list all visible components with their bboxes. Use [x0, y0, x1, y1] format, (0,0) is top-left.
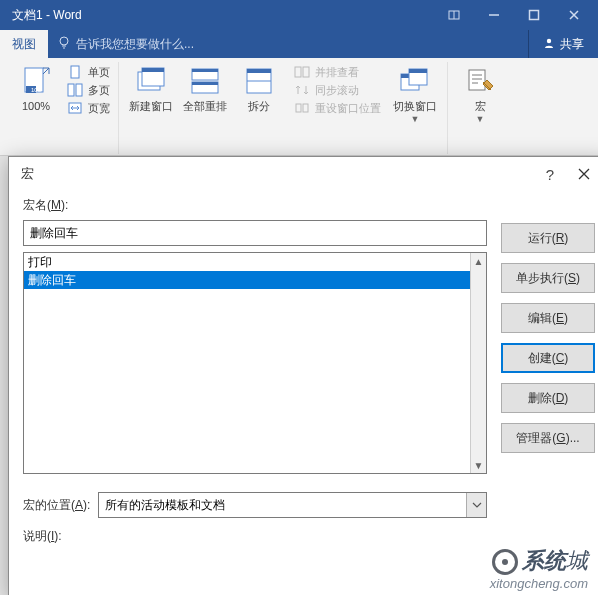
- multi-page-icon: [66, 82, 84, 98]
- split-button[interactable]: 拆分: [235, 64, 283, 112]
- svg-rect-23: [303, 104, 308, 112]
- svg-rect-20: [295, 67, 301, 77]
- svg-rect-7: [71, 66, 79, 78]
- list-item[interactable]: 打印: [24, 253, 470, 271]
- switch-window-button[interactable]: 切换窗口▼: [391, 64, 439, 125]
- zoom-100-button[interactable]: 100 100%: [12, 64, 60, 112]
- ribbon-options-icon[interactable]: [434, 0, 474, 30]
- chevron-down-icon: ▼: [411, 114, 420, 124]
- step-button[interactable]: 单步执行(S): [501, 263, 595, 293]
- edit-button[interactable]: 编辑(E): [501, 303, 595, 333]
- close-button[interactable]: [554, 0, 594, 30]
- watermark: 系统城 xitongcheng.com: [490, 546, 588, 591]
- svg-rect-27: [409, 69, 427, 73]
- tab-view[interactable]: 视图: [0, 30, 48, 58]
- svg-rect-21: [303, 67, 309, 77]
- list-item[interactable]: 删除回车: [24, 271, 470, 289]
- tell-me-placeholder: 告诉我您想要做什么...: [76, 36, 194, 53]
- watermark-logo-icon: [492, 549, 518, 575]
- arrange-all-icon: [188, 64, 222, 98]
- window-title: 文档1 - Word: [12, 7, 82, 24]
- one-page-icon: [66, 64, 84, 80]
- run-button[interactable]: 运行(R): [501, 223, 595, 253]
- svg-rect-17: [192, 82, 218, 85]
- ribbon-body: 100 100% 单页 多页 页宽 新建窗口 全部重排 拆分: [0, 58, 598, 156]
- multi-page-button[interactable]: 多页: [66, 82, 110, 98]
- one-page-button[interactable]: 单页: [66, 64, 110, 80]
- reset-window-button[interactable]: 重设窗口位置: [293, 100, 381, 116]
- tell-me-search[interactable]: 告诉我您想要做什么...: [48, 30, 204, 58]
- svg-rect-9: [76, 84, 82, 96]
- svg-rect-28: [469, 70, 485, 90]
- macro-listbox[interactable]: 打印 删除回车 ▲ ▼: [23, 252, 487, 474]
- create-button[interactable]: 创建(C): [501, 343, 595, 373]
- sync-scroll-button[interactable]: 同步滚动: [293, 82, 381, 98]
- macros-icon: [463, 64, 497, 98]
- dialog-titlebar: 宏 ?: [9, 157, 598, 191]
- scroll-up-icon[interactable]: ▲: [471, 253, 486, 269]
- delete-button[interactable]: 删除(D): [501, 383, 595, 413]
- page-width-button[interactable]: 页宽: [66, 100, 110, 116]
- side-by-side-button[interactable]: 并排查看: [293, 64, 381, 80]
- person-icon: [543, 37, 555, 52]
- chevron-down-icon: ▼: [476, 114, 485, 124]
- dialog-close-button[interactable]: [567, 160, 598, 188]
- group-window: 新建窗口 全部重排 拆分 并排查看 同步滚动 重设窗口位置 切换窗口▼: [119, 62, 448, 154]
- group-zoom: 100 100% 单页 多页 页宽: [4, 62, 119, 154]
- lightbulb-icon: [58, 36, 70, 53]
- macro-location-label: 宏的位置(A):: [23, 497, 90, 514]
- arrange-all-button[interactable]: 全部重排: [181, 64, 229, 112]
- macros-dialog: 宏 ? 宏名(M): 打印 删除回车 ▲ ▼ 宏的位置(A):: [8, 156, 598, 595]
- description-label: 说明(I):: [23, 528, 487, 545]
- dialog-help-button[interactable]: ?: [533, 160, 567, 188]
- svg-rect-1: [530, 11, 539, 20]
- svg-point-2: [60, 37, 68, 45]
- scrollbar[interactable]: ▲ ▼: [470, 253, 486, 473]
- macros-button[interactable]: 宏▼: [456, 64, 504, 125]
- maximize-button[interactable]: [514, 0, 554, 30]
- scroll-down-icon[interactable]: ▼: [471, 457, 486, 473]
- page-width-icon: [66, 100, 84, 116]
- svg-rect-8: [68, 84, 74, 96]
- group-macros: 宏▼: [448, 62, 512, 154]
- new-window-icon: [134, 64, 168, 98]
- macro-name-label: 宏名(M):: [23, 197, 487, 214]
- share-button[interactable]: 共享: [528, 30, 598, 58]
- reset-window-icon: [293, 100, 311, 116]
- organizer-button[interactable]: 管理器(G)...: [501, 423, 595, 453]
- chevron-down-icon[interactable]: [466, 493, 486, 517]
- zoom-100-icon: 100: [19, 64, 53, 98]
- macro-location-select[interactable]: 所有的活动模板和文档: [98, 492, 487, 518]
- dialog-title: 宏: [21, 165, 34, 183]
- new-window-button[interactable]: 新建窗口: [127, 64, 175, 112]
- svg-rect-22: [296, 104, 301, 112]
- switch-window-icon: [398, 64, 432, 98]
- side-by-side-icon: [293, 64, 311, 80]
- svg-text:100: 100: [31, 87, 42, 93]
- minimize-button[interactable]: [474, 0, 514, 30]
- svg-rect-13: [142, 68, 164, 72]
- window-titlebar: 文档1 - Word: [0, 0, 598, 30]
- svg-point-3: [547, 38, 551, 42]
- ribbon-tabs: 视图 告诉我您想要做什么... 共享: [0, 30, 598, 58]
- macro-name-input[interactable]: [23, 220, 487, 246]
- sync-scroll-icon: [293, 82, 311, 98]
- split-icon: [242, 64, 276, 98]
- svg-rect-15: [192, 69, 218, 72]
- svg-rect-19: [247, 69, 271, 73]
